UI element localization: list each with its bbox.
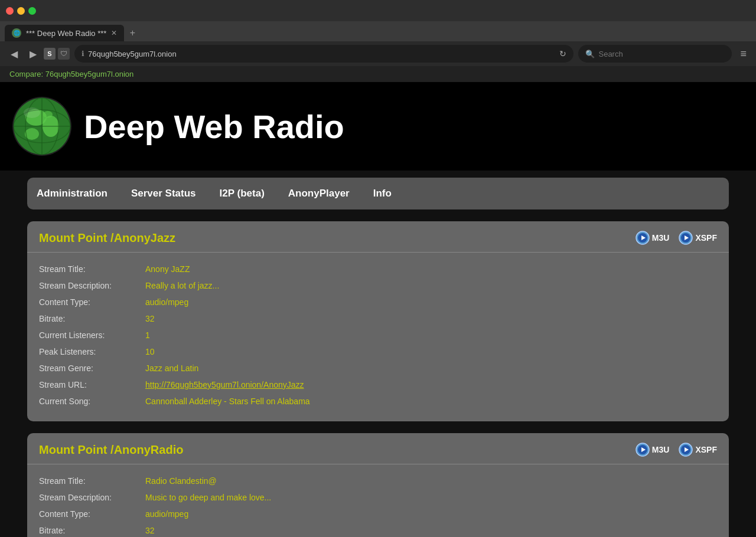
action-label: M3U — [652, 233, 670, 243]
forward-button[interactable]: ▶ — [25, 45, 41, 62]
mount-header-0: Mount Point /AnonyJazz M3U XSPF — [27, 221, 729, 253]
info-label: Current Listeners: — [39, 330, 145, 340]
maximize-window-button[interactable] — [28, 7, 36, 15]
mount-card-0: Mount Point /AnonyJazz M3U XSPF Stream T… — [27, 221, 729, 421]
browser-tab-bar: 🌐 *** Deep Web Radio *** ✕ + — [0, 21, 756, 41]
mount-header-1: Mount Point /AnonyRadio M3U XSPF — [27, 433, 729, 464]
site-logo — [9, 94, 74, 159]
info-label: Content Type: — [39, 509, 145, 519]
mount-info-grid-0: Stream Title:Anony JaZZStream Descriptio… — [27, 255, 729, 410]
browser-menu-button[interactable]: ≡ — [737, 48, 750, 60]
nav-item-anony-player[interactable]: AnonyPlayer — [288, 188, 350, 199]
info-row: Stream Description:Really a lot of jazz.… — [39, 277, 717, 294]
mount-actions-1: M3U XSPF — [636, 443, 717, 457]
info-value: audio/mpeg — [145, 297, 188, 307]
info-row: Stream Title:Anony JaZZ — [39, 261, 717, 277]
mount-card-1: Mount Point /AnonyRadio M3U XSPF Stream … — [27, 433, 729, 537]
info-label: Stream Description: — [39, 493, 145, 502]
info-row: Stream Genre:Jazz and Latin — [39, 360, 717, 376]
site-title: Deep Web Radio — [84, 107, 344, 146]
info-row: Stream Description:Music to go deep and … — [39, 489, 717, 506]
new-tab-button[interactable]: + — [124, 25, 141, 41]
info-label: Bitrate: — [39, 314, 145, 323]
search-icon: 🔍 — [585, 50, 595, 58]
info-row: Current Song:Cannonball Adderley - Stars… — [39, 393, 717, 410]
browser-titlebar — [0, 0, 756, 21]
shield-icon: 🛡 — [58, 48, 70, 60]
info-value: Radio Clandestin@ — [145, 476, 217, 486]
action-label: XSPF — [695, 445, 717, 454]
page-content: Compare: 76qugh5bey5gum7l.onion — [0, 66, 756, 537]
nav-item-server-status[interactable]: Server Status — [131, 188, 196, 199]
close-window-button[interactable] — [6, 7, 14, 15]
info-row: Peak Listeners:10 — [39, 343, 717, 360]
mount-cards: Mount Point /AnonyJazz M3U XSPF Stream T… — [0, 221, 756, 537]
mount-action-m3u2[interactable]: M3U — [636, 443, 670, 457]
s-icon: S — [44, 48, 56, 60]
info-row: Content Type:audio/mpeg — [39, 506, 717, 522]
toolbar-nav-buttons: ◀ ▶ S 🛡 — [6, 45, 70, 62]
info-row: Content Type:audio/mpeg — [39, 294, 717, 310]
tab-close-button[interactable]: ✕ — [111, 29, 117, 37]
compare-url: 76qugh5bey5gum7l.onion — [45, 70, 134, 78]
compare-label: Compare: — [9, 70, 43, 78]
mount-title-1: Mount Point /AnonyRadio — [39, 443, 183, 457]
info-row: Bitrate:32 — [39, 522, 717, 537]
play-icon — [679, 231, 693, 245]
info-label: Current Song: — [39, 397, 145, 406]
address-bar[interactable]: ℹ ↻ — [74, 45, 573, 63]
nav-item-info[interactable]: Info — [373, 188, 392, 199]
info-label: Stream Genre: — [39, 364, 145, 373]
svg-point-10 — [24, 107, 40, 118]
mount-actions-0: M3U XSPF — [636, 231, 717, 245]
compare-bar: Compare: 76qugh5bey5gum7l.onion — [0, 66, 756, 82]
nav-item-administration[interactable]: Administration — [37, 188, 107, 199]
info-label: Peak Listeners: — [39, 347, 145, 356]
info-value: 32 — [145, 526, 155, 535]
info-value: Anony JaZZ — [145, 264, 190, 274]
search-bar[interactable]: 🔍 — [578, 45, 732, 63]
info-row: Current Listeners:1 — [39, 327, 717, 343]
browser-tab[interactable]: 🌐 *** Deep Web Radio *** ✕ — [5, 25, 124, 41]
reload-button[interactable]: ↻ — [559, 49, 566, 58]
info-label: Stream URL: — [39, 380, 145, 389]
info-label: Stream Title: — [39, 476, 145, 486]
address-lock-icon: ℹ — [82, 50, 84, 58]
info-label: Content Type: — [39, 297, 145, 307]
info-value: audio/mpeg — [145, 509, 188, 519]
info-value: 1 — [145, 330, 150, 340]
play-icon — [679, 443, 693, 457]
info-value: 32 — [145, 314, 155, 323]
info-label: Stream Description: — [39, 281, 145, 290]
tab-title: *** Deep Web Radio *** — [26, 29, 106, 38]
info-row: Stream URL:http://76qugh5bey5gum7l.onion… — [39, 376, 717, 393]
search-input[interactable] — [598, 50, 725, 58]
info-value[interactable]: http://76qugh5bey5gum7l.onion/AnonyJazz — [145, 380, 304, 389]
minimize-window-button[interactable] — [17, 7, 25, 15]
info-value: Really a lot of jazz... — [145, 281, 219, 290]
info-value: Music to go deep and make love... — [145, 493, 271, 502]
back-button[interactable]: ◀ — [6, 45, 22, 62]
traffic-lights — [6, 7, 36, 15]
mount-info-grid-1: Stream Title:Radio Clandestin@Stream Des… — [27, 467, 729, 537]
nav-item-i2p-beta[interactable]: I2P (beta) — [220, 188, 265, 199]
tab-favicon: 🌐 — [12, 28, 21, 38]
info-row: Bitrate:32 — [39, 310, 717, 327]
info-value: Jazz and Latin — [145, 364, 198, 373]
info-label: Stream Title: — [39, 264, 145, 274]
info-value: Cannonball Adderley - Stars Fell on Alab… — [145, 397, 310, 406]
svg-point-5 — [43, 111, 53, 118]
address-input[interactable] — [88, 50, 556, 58]
action-label: XSPF — [695, 233, 717, 243]
mount-action-xspf2[interactable]: XSPF — [679, 443, 717, 457]
mount-title-0: Mount Point /AnonyJazz — [39, 231, 175, 245]
info-row: Stream Title:Radio Clandestin@ — [39, 473, 717, 489]
mount-action-xspf[interactable]: XSPF — [679, 231, 717, 245]
info-value: 10 — [145, 347, 155, 356]
mount-action-m3u[interactable]: M3U — [636, 231, 670, 245]
play-icon — [636, 231, 650, 245]
browser-toolbar: ◀ ▶ S 🛡 ℹ ↻ 🔍 ≡ — [0, 41, 756, 66]
info-label: Bitrate: — [39, 526, 145, 535]
browser-window: 🌐 *** Deep Web Radio *** ✕ + ◀ ▶ S 🛡 ℹ ↻… — [0, 0, 756, 537]
play-icon — [636, 443, 650, 457]
